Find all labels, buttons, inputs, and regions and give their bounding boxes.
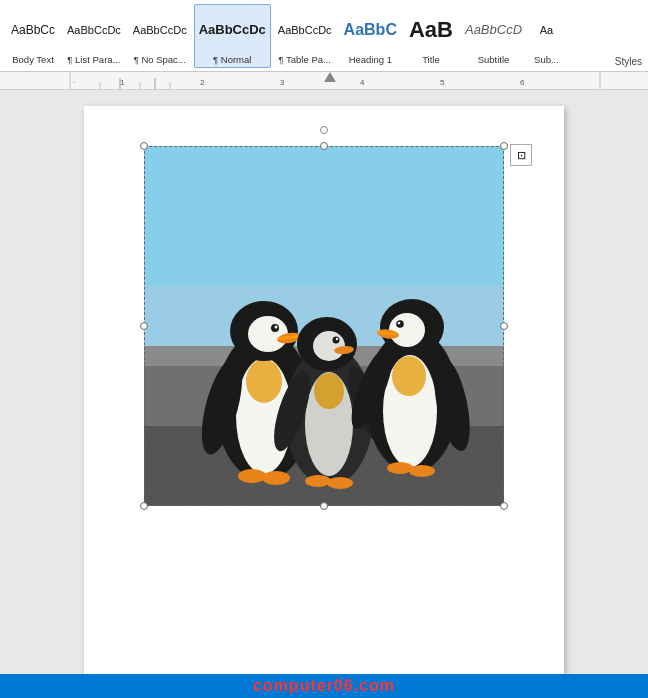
style-label-subtitle: Subtitle (478, 54, 510, 65)
svg-text:1: 1 (120, 78, 125, 87)
style-label-sub2: Sub... (534, 54, 559, 65)
svg-point-27 (275, 326, 278, 329)
svg-text:2: 2 (200, 78, 205, 87)
handle-bottom-center[interactable] (320, 502, 328, 510)
style-item-heading1[interactable]: AaBbC Heading 1 (339, 4, 402, 68)
ruler: · 1 2 3 4 5 6 (0, 72, 648, 90)
watermark-text: computer06.com (253, 677, 395, 695)
svg-point-48 (392, 356, 426, 396)
svg-text:4: 4 (360, 78, 365, 87)
handle-middle-right[interactable] (500, 322, 508, 330)
style-item-table-para[interactable]: AaBbCcDc ¶ Table Pa... (273, 4, 337, 68)
style-item-sub2[interactable]: Aa Sub... (529, 4, 564, 68)
svg-point-39 (333, 337, 340, 344)
style-label-title: Title (422, 54, 440, 65)
handle-bottom-left[interactable] (140, 502, 148, 510)
style-preview-normal: AaBbCcDc (199, 7, 266, 54)
style-label-list-para: ¶ List Para... (67, 54, 120, 65)
svg-point-57 (387, 462, 413, 474)
style-item-list-para[interactable]: AaBbCcDc ¶ List Para... (62, 4, 126, 68)
rotate-handle[interactable] (320, 126, 328, 134)
page: ⊡ (84, 106, 564, 674)
style-label-normal: ¶ Normal (213, 54, 251, 65)
svg-text:5: 5 (440, 78, 445, 87)
style-preview-no-space: AaBbCcDc (133, 7, 187, 54)
style-preview-table-para: AaBbCcDc (278, 7, 332, 54)
styles-section-label: Styles (615, 56, 642, 67)
handle-top-center[interactable] (320, 142, 328, 150)
penguin-image (144, 146, 504, 506)
handle-middle-left[interactable] (140, 322, 148, 330)
svg-text:6: 6 (520, 78, 525, 87)
svg-text:3: 3 (280, 78, 285, 87)
svg-point-51 (396, 320, 404, 328)
style-preview-sub2: Aa (540, 7, 553, 54)
style-label-body-text: Body Text (12, 54, 54, 65)
style-item-title[interactable]: AaB Title (404, 4, 458, 68)
handle-top-right[interactable] (500, 142, 508, 150)
handle-top-left[interactable] (140, 142, 148, 150)
image-container[interactable]: ⊡ (144, 146, 504, 506)
svg-point-40 (336, 338, 338, 340)
svg-point-25 (248, 316, 288, 352)
style-label-heading1: Heading 1 (349, 54, 392, 65)
svg-point-38 (313, 331, 345, 361)
svg-point-45 (327, 477, 353, 489)
style-preview-list-para: AaBbCcDc (67, 7, 121, 54)
watermark-bar: computer06.com (0, 674, 648, 698)
svg-point-52 (398, 322, 401, 325)
svg-point-44 (305, 475, 331, 487)
style-item-subtitle[interactable]: AaBbCcD Subtitle (460, 4, 527, 68)
style-preview-subtitle: AaBbCcD (465, 7, 522, 54)
svg-point-32 (238, 469, 266, 483)
style-preview-body-text: AaBbCc (11, 7, 55, 54)
svg-point-23 (246, 359, 282, 403)
svg-text:·: · (73, 78, 75, 87)
svg-point-36 (314, 373, 344, 409)
document-area: ⊡ (0, 90, 648, 674)
svg-point-33 (262, 471, 290, 485)
style-preview-title: AaB (409, 7, 453, 54)
layout-options-icon[interactable]: ⊡ (510, 144, 532, 166)
style-item-body-text[interactable]: AaBbCc Body Text (6, 4, 60, 68)
ruler-svg: · 1 2 3 4 5 6 (0, 72, 648, 90)
svg-point-58 (409, 465, 435, 477)
style-preview-heading1: AaBbC (344, 7, 397, 54)
svg-rect-0 (0, 72, 648, 90)
style-item-no-space[interactable]: AaBbCcDc ¶ No Spac... (128, 4, 192, 68)
penguins-illustration (144, 146, 504, 506)
style-label-no-space: ¶ No Spac... (134, 54, 186, 65)
styles-toolbar: AaBbCc Body Text AaBbCcDc ¶ List Para...… (0, 0, 648, 72)
style-label-table-para: ¶ Table Pa... (278, 54, 330, 65)
handle-bottom-right[interactable] (500, 502, 508, 510)
style-item-normal[interactable]: AaBbCcDc ¶ Normal (194, 4, 271, 68)
svg-point-50 (389, 313, 425, 347)
